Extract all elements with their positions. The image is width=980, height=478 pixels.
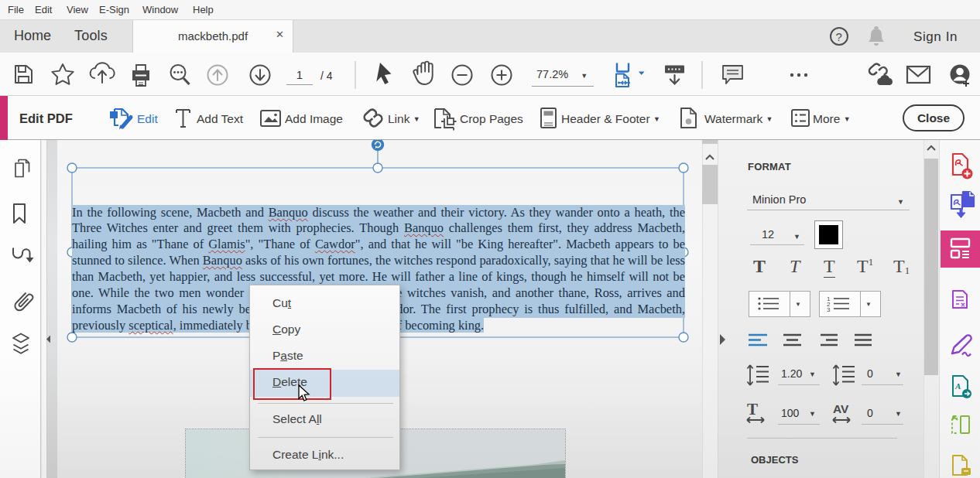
svg-text:AV: AV — [833, 402, 849, 415]
svg-text:?: ? — [836, 30, 842, 43]
svg-text:A: A — [954, 381, 961, 391]
svg-text:T: T — [747, 400, 758, 418]
svg-text:3: 3 — [827, 306, 831, 313]
